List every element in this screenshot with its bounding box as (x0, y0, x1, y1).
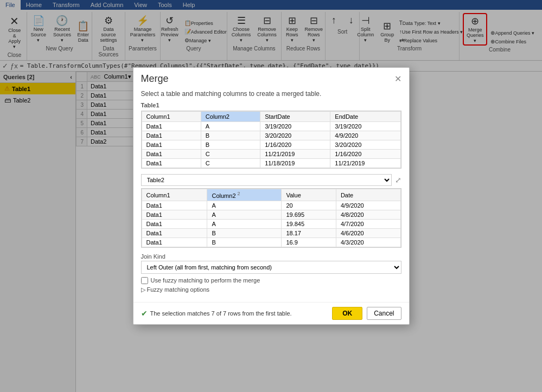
modal-table1-row: Data1B3/20/20204/9/2020 (142, 131, 400, 140)
modal-close-button[interactable]: ✕ (394, 74, 401, 84)
fuzzy-checkbox-label[interactable]: Use fuzzy matching to perform the merge (151, 277, 260, 284)
modal-table1-cell: C (201, 159, 260, 168)
modal-table2-cell: Data1 (142, 228, 207, 237)
modal-table2-cell: Data1 (142, 201, 207, 210)
fuzzy-checkbox[interactable] (141, 277, 148, 284)
modal-table1-cell: B (201, 131, 260, 140)
modal-table2-cell: B (207, 237, 282, 247)
fuzzy-options-text: Fuzzy matching options (147, 286, 210, 293)
modal-table2-cell: 18.17 (282, 228, 336, 237)
table2-preview-container: Column1Column2 2ValueDate Data1A204/9/20… (141, 188, 401, 248)
cancel-button[interactable]: Cancel (367, 307, 401, 320)
modal-table1-cell: Data1 (142, 131, 201, 140)
modal-table2-cell: A (207, 201, 282, 210)
join-kind-label: Join Kind (141, 253, 401, 260)
modal-table1-cell: A (201, 122, 260, 131)
modal-table1-cell: 11/18/2019 (260, 159, 330, 168)
table1-preview-container: Column1Column2StartDateEndDate Data1A3/1… (141, 111, 401, 169)
modal-table2-row: Data1A19.8454/7/2020 (142, 219, 400, 228)
modal-table2-cell: Data1 (142, 210, 207, 219)
join-kind-select[interactable]: Left Outer (all from first, matching fro… (141, 261, 401, 274)
modal-table1-cell: 11/21/2019 (260, 150, 330, 159)
modal-overlay: Merge ✕ Select a table and matching colu… (0, 0, 542, 392)
modal-table2-col-header[interactable]: Value (282, 189, 336, 201)
modal-table2-cell: B (207, 228, 282, 237)
modal-table2-cell: 19.695 (282, 210, 336, 219)
modal-table1-cell: 3/19/2020 (330, 122, 400, 131)
modal-table1-col-header[interactable]: Column2 (201, 112, 260, 122)
modal-table2-cell: 20 (282, 201, 336, 210)
modal-description: Select a table and matching columns to c… (141, 90, 401, 98)
modal-table2-col-header[interactable]: Column1 (142, 189, 207, 201)
modal-table2-cell: Data1 (142, 237, 207, 247)
modal-table1-cell: Data1 (142, 159, 201, 168)
modal-table1-cell: 1/16/2020 (260, 140, 330, 150)
modal-table1-row: Data1A3/19/20203/19/2020 (142, 122, 400, 131)
modal-table2-cell: A (207, 210, 282, 219)
modal-table2-row: Data1B16.94/3/2020 (142, 237, 400, 247)
modal-table1-cell: 3/20/2020 (330, 140, 400, 150)
modal-body: Select a table and matching columns to c… (133, 87, 409, 302)
expand-table2-icon[interactable]: ⤢ (395, 176, 401, 184)
modal-table2-cell: Data1 (142, 219, 207, 228)
modal-table1-col-header[interactable]: EndDate (330, 112, 400, 122)
modal-table1-cell: Data1 (142, 122, 201, 131)
merge-modal: Merge ✕ Select a table and matching colu… (133, 67, 410, 325)
modal-table2-col-header[interactable]: Column2 2 (207, 189, 282, 201)
table1-section-label: Table1 (141, 102, 401, 108)
modal-table1-row: Data1C11/18/201911/21/2019 (142, 159, 400, 168)
join-kind-section: Join Kind Left Outer (all from first, ma… (141, 253, 401, 274)
modal-table1-cell: 3/20/2020 (260, 131, 330, 140)
fuzzy-checkbox-row: Use fuzzy matching to perform the merge (141, 277, 401, 284)
modal-table1-row: Data1B1/16/20203/20/2020 (142, 140, 400, 150)
modal-table1-cell: 11/21/2019 (330, 159, 400, 168)
status-check-icon: ✔ (141, 309, 148, 318)
modal-footer: ✔ The selection matches 7 of 7 rows from… (133, 302, 409, 324)
modal-header: Merge ✕ (133, 68, 409, 87)
ok-button[interactable]: OK (332, 307, 362, 320)
modal-table1-cell: Data1 (142, 150, 201, 159)
fuzzy-options-arrow: ▷ (141, 286, 145, 293)
table2-selector-row: Table1Table2 ⤢ (141, 174, 401, 186)
status-message: ✔ The selection matches 7 of 7 rows from… (141, 309, 292, 318)
modal-table1-cell: Data1 (142, 140, 201, 150)
modal-table1-cell: 3/19/2020 (260, 122, 330, 131)
modal-table2-col-header[interactable]: Date (336, 189, 400, 201)
modal-table2-cell: 4/8/2020 (336, 210, 400, 219)
table1-preview: Column1Column2StartDateEndDate Data1A3/1… (142, 111, 401, 168)
modal-buttons: OK Cancel (332, 307, 401, 320)
table2-preview: Column1Column2 2ValueDate Data1A204/9/20… (142, 189, 401, 247)
modal-table1-col-header[interactable]: Column1 (142, 112, 201, 122)
modal-table2-cell: 4/3/2020 (336, 237, 400, 247)
modal-table1-row: Data1C11/21/20191/16/2020 (142, 150, 400, 159)
modal-table1-cell: C (201, 150, 260, 159)
modal-table2-row: Data1A204/9/2020 (142, 201, 400, 210)
modal-title: Merge (141, 73, 169, 85)
modal-table1-cell: 4/9/2020 (330, 131, 400, 140)
modal-table2-cell: 4/7/2020 (336, 219, 400, 228)
modal-table1-cell: 1/16/2020 (330, 150, 400, 159)
fuzzy-options-link[interactable]: ▷ Fuzzy matching options (141, 286, 401, 293)
modal-table2-row: Data1A19.6954/8/2020 (142, 210, 400, 219)
status-text: The selection matches 7 of 7 rows from t… (150, 310, 292, 317)
table2-dropdown[interactable]: Table1Table2 (141, 174, 392, 186)
modal-table2-cell: 16.9 (282, 237, 336, 247)
modal-table2-row: Data1B18.174/6/2020 (142, 228, 400, 237)
modal-table1-cell: B (201, 140, 260, 150)
modal-table1-col-header[interactable]: StartDate (260, 112, 330, 122)
modal-table2-cell: A (207, 219, 282, 228)
modal-table2-cell: 4/9/2020 (336, 201, 400, 210)
modal-table2-cell: 19.845 (282, 219, 336, 228)
modal-table2-cell: 4/6/2020 (336, 228, 400, 237)
